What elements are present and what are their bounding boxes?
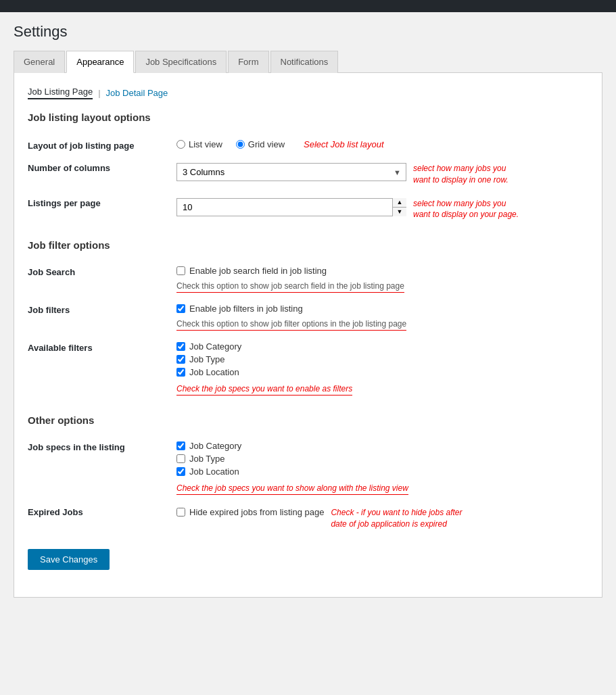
subtab-job-detail[interactable]: Job Detail Page — [106, 88, 168, 98]
expired-jobs-checkbox[interactable] — [176, 508, 185, 517]
available-filters-row: Available filters Job Category Job Type — [28, 336, 588, 401]
subtab-job-listing[interactable]: Job Listing Page — [28, 87, 93, 99]
tab-form[interactable]: Form — [228, 51, 268, 73]
filter-job-location-checkbox[interactable] — [176, 368, 185, 377]
admin-top-bar — [0, 0, 616, 12]
columns-row: Number of columns 1 Column 2 Columns 3 C… — [28, 156, 588, 191]
tab-bar: General Appearance Job Specifications Fo… — [14, 50, 602, 73]
job-filters-checkbox-row: Enable job filters in job listing — [176, 304, 580, 314]
filter-job-category-row: Job Category — [176, 341, 580, 352]
sub-tab-bar: Job Listing Page | Job Detail Page — [28, 87, 588, 99]
tab-notifications[interactable]: Notifications — [270, 51, 339, 73]
filter-section-title: Job filter options — [28, 239, 588, 251]
expired-jobs-hint: Check - if you want to hide jobs after d… — [331, 507, 462, 530]
job-search-checkbox[interactable] — [176, 266, 185, 275]
job-filters-row: Job filters Enable job filters in job li… — [28, 298, 588, 336]
list-view-radio[interactable] — [176, 140, 185, 149]
job-filters-desc: Check this option to show job filter opt… — [176, 319, 406, 331]
filter-job-type-checkbox[interactable] — [176, 355, 185, 364]
listings-increment[interactable]: ▲ — [393, 198, 406, 208]
filter-form: Job Search Enable job search field in jo… — [28, 260, 588, 401]
job-search-checkbox-row: Enable job search field in job listing — [176, 266, 580, 276]
page-title: Settings — [14, 23, 602, 41]
other-options-title: Other options — [28, 414, 588, 426]
listings-decrement[interactable]: ▼ — [393, 208, 406, 216]
layout-row: Layout of job listing page List view Gri… — [28, 134, 588, 156]
available-filters-note: Check the job specs you want to enable a… — [176, 384, 352, 396]
spec-job-location-checkbox[interactable] — [176, 467, 185, 476]
layout-label: Layout of job listing page — [28, 134, 176, 156]
other-options-form: Job specs in the listing Job Category Jo… — [28, 435, 588, 535]
content-area: Job Listing Page | Job Detail Page Job l… — [14, 73, 602, 598]
job-search-desc: Check this option to show job search fie… — [176, 281, 404, 293]
job-specs-listing-row: Job specs in the listing Job Category Jo… — [28, 435, 588, 500]
spec-job-category-row: Job Category — [176, 441, 580, 451]
tab-general[interactable]: General — [14, 51, 65, 73]
spec-job-type-checkbox[interactable] — [176, 454, 185, 463]
job-specs-listing-label: Job specs in the listing — [28, 435, 176, 500]
filter-job-type-row: Job Type — [176, 354, 580, 364]
job-filters-label: Job filters — [28, 298, 176, 336]
spec-job-location-row: Job Location — [176, 466, 580, 477]
filter-job-category-checkbox[interactable] — [176, 342, 185, 351]
expired-jobs-checkbox-row: Hide expired jobs from listing page — [176, 507, 324, 517]
grid-view-option[interactable]: Grid view — [236, 139, 285, 149]
layout-hint: Select Job list layout — [304, 139, 384, 149]
job-filters-checkbox[interactable] — [176, 304, 185, 313]
listings-spinner-wrap: ▲ ▼ — [176, 198, 406, 216]
columns-hint: select how many jobs you want to display… — [413, 163, 508, 186]
grid-view-radio[interactable] — [236, 140, 245, 149]
tab-appearance[interactable]: Appearance — [66, 51, 134, 73]
settings-form: Layout of job listing page List view Gri… — [28, 134, 588, 226]
spec-job-type-row: Job Type — [176, 454, 580, 464]
columns-select-wrap: 1 Column 2 Columns 3 Columns 4 Columns ▼ — [176, 163, 406, 181]
listings-input[interactable] — [176, 198, 406, 216]
expired-jobs-label: Expired Jobs — [28, 500, 176, 535]
list-view-option[interactable]: List view — [176, 139, 222, 149]
listings-label: Listings per page — [28, 191, 176, 226]
job-search-label: Job Search — [28, 260, 176, 298]
columns-label: Number of columns — [28, 156, 176, 191]
job-search-row: Job Search Enable job search field in jo… — [28, 260, 588, 298]
available-filters-label: Available filters — [28, 336, 176, 401]
listings-hint: select how many jobs you want to display… — [413, 198, 519, 221]
job-specs-listing-note: Check the job specs you want to show alo… — [176, 483, 408, 495]
expired-jobs-row: Expired Jobs Hide expired jobs from list… — [28, 500, 588, 535]
filter-job-location-row: Job Location — [176, 367, 580, 377]
section-layout-title: Job listing layout options — [28, 112, 588, 123]
tab-job-specifications[interactable]: Job Specifications — [135, 51, 227, 73]
save-button[interactable]: Save Changes — [28, 549, 110, 570]
listings-row: Listings per page ▲ ▼ select how many jo… — [28, 191, 588, 226]
columns-select[interactable]: 1 Column 2 Columns 3 Columns 4 Columns — [176, 163, 406, 181]
spec-job-category-checkbox[interactable] — [176, 441, 185, 450]
